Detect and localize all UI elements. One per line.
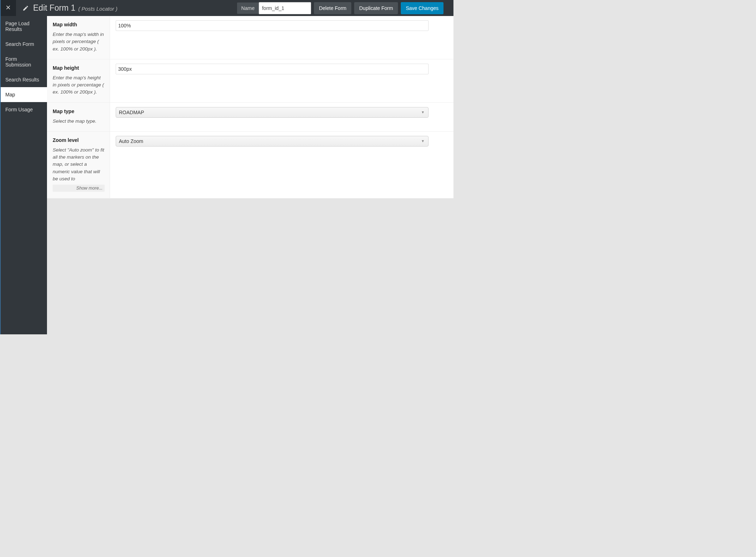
setting-desc: Select the map type. bbox=[53, 118, 105, 125]
delete-form-button[interactable]: Delete Form bbox=[314, 2, 351, 14]
top-right-controls: Name Delete Form Duplicate Form Save Cha… bbox=[237, 2, 453, 14]
close-button[interactable] bbox=[0, 0, 16, 16]
setting-row-map-height: Map height Enter the map's height in pix… bbox=[47, 59, 453, 103]
pencil-icon bbox=[22, 5, 29, 11]
top-bar: Edit Form 1 ( Posts Locator ) Name Delet… bbox=[0, 0, 453, 16]
setting-left: Map height Enter the map's height in pix… bbox=[47, 59, 110, 102]
sidebar-item-page-load-results[interactable]: Page Load Results bbox=[0, 16, 47, 37]
setting-right: Auto Zoom ▼ bbox=[110, 132, 453, 198]
setting-row-map-type: Map type Select the map type. ROADMAP ▼ bbox=[47, 103, 453, 132]
page-title: Edit Form 1 bbox=[33, 3, 75, 13]
sidebar-item-search-results[interactable]: Search Results bbox=[0, 72, 47, 87]
sidebar-item-form-usage[interactable]: Form Usage bbox=[0, 102, 47, 117]
setting-label: Map width bbox=[53, 22, 105, 27]
show-more-link[interactable]: Show more... bbox=[53, 185, 105, 192]
zoom-level-select[interactable]: Auto Zoom ▼ bbox=[116, 136, 429, 147]
setting-desc: Select "Auto zoom" to fit all the marker… bbox=[53, 147, 105, 182]
save-changes-button[interactable]: Save Changes bbox=[401, 2, 443, 14]
page-title-block: Edit Form 1 ( Posts Locator ) bbox=[22, 3, 117, 13]
setting-row-map-width: Map width Enter the map's width in pixel… bbox=[47, 16, 453, 59]
setting-label: Map height bbox=[53, 65, 105, 71]
page-subtitle: ( Posts Locator ) bbox=[78, 6, 117, 12]
form-name-input[interactable] bbox=[259, 2, 311, 14]
setting-desc: Enter the map's width in pixels or perce… bbox=[53, 31, 105, 53]
sidebar: Page Load Results Search Form Form Submi… bbox=[0, 16, 47, 334]
setting-left: Map width Enter the map's width in pixel… bbox=[47, 16, 110, 59]
map-width-input[interactable] bbox=[116, 20, 429, 31]
setting-desc: Enter the map's height in pixels or perc… bbox=[53, 74, 105, 96]
duplicate-form-button[interactable]: Duplicate Form bbox=[354, 2, 398, 14]
chevron-down-icon: ▼ bbox=[421, 139, 425, 143]
setting-right: ROADMAP ▼ bbox=[110, 103, 453, 131]
chevron-down-icon: ▼ bbox=[421, 110, 425, 114]
setting-label: Zoom level bbox=[53, 137, 105, 143]
setting-left: Zoom level Select "Auto zoom" to fit all… bbox=[47, 132, 110, 198]
sidebar-item-search-form[interactable]: Search Form bbox=[0, 37, 47, 52]
content-area: Map width Enter the map's width in pixel… bbox=[47, 16, 453, 334]
sidebar-item-form-submission[interactable]: Form Submission bbox=[0, 52, 47, 72]
select-value: Auto Zoom bbox=[119, 138, 143, 144]
map-height-input[interactable] bbox=[116, 64, 429, 74]
setting-row-zoom-level: Zoom level Select "Auto zoom" to fit all… bbox=[47, 132, 453, 198]
settings-panel: Map width Enter the map's width in pixel… bbox=[47, 16, 453, 198]
setting-right bbox=[110, 59, 453, 102]
setting-right bbox=[110, 16, 453, 59]
close-icon bbox=[5, 4, 11, 12]
setting-left: Map type Select the map type. bbox=[47, 103, 110, 131]
name-label: Name bbox=[237, 2, 259, 14]
setting-label: Map type bbox=[53, 108, 105, 114]
map-type-select[interactable]: ROADMAP ▼ bbox=[116, 107, 429, 118]
body-wrap: Page Load Results Search Form Form Submi… bbox=[0, 16, 453, 334]
sidebar-item-map[interactable]: Map bbox=[0, 87, 47, 102]
window-left-edge bbox=[0, 0, 1, 334]
select-value: ROADMAP bbox=[119, 110, 144, 115]
